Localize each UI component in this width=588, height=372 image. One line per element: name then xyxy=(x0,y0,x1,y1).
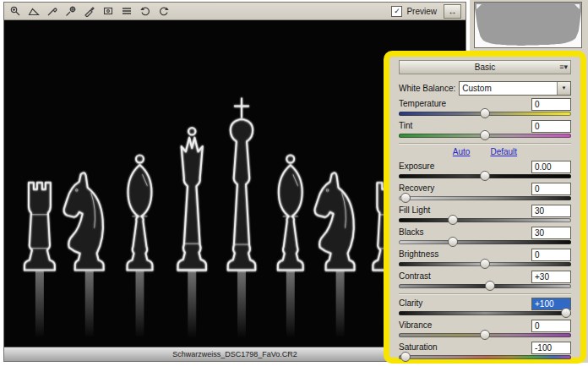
red-eye-tool-icon[interactable] xyxy=(101,5,114,18)
slider-row: Vibrance 0 xyxy=(399,320,571,337)
adjustment-brush-tool-icon[interactable] xyxy=(83,5,95,18)
white-balance-value: Custom xyxy=(462,84,491,93)
zoom-tool-icon[interactable] xyxy=(8,5,21,18)
toolbar: ✓ Preview ↔ xyxy=(4,3,466,20)
rotate-right-icon[interactable] xyxy=(157,5,170,18)
slider-row: Temperature 0 xyxy=(399,98,571,116)
default-link[interactable]: Default xyxy=(490,147,517,158)
slider-label: Tint xyxy=(399,120,412,130)
slider-label: Fill Light xyxy=(399,205,430,215)
slider-track[interactable] xyxy=(399,112,571,116)
toolbar-right: ✓ Preview ↔ xyxy=(391,4,461,19)
slider-track[interactable] xyxy=(399,174,571,178)
slider-thumb[interactable] xyxy=(400,352,411,362)
tone-links: Auto Default xyxy=(399,147,571,158)
auto-link[interactable]: Auto xyxy=(453,147,471,158)
slider-thumb[interactable] xyxy=(448,215,458,225)
slider-thumb[interactable] xyxy=(480,259,490,269)
slider-track[interactable] xyxy=(399,284,571,288)
slider-label: Contrast xyxy=(399,271,431,281)
check-icon: ✓ xyxy=(394,8,400,15)
camera-raw-dialog: ✓ Preview ↔ xyxy=(0,0,588,372)
slider-thumb[interactable] xyxy=(480,171,490,181)
slider-label: Vibrance xyxy=(399,320,432,330)
divider xyxy=(399,293,571,295)
slider-track[interactable] xyxy=(399,333,571,337)
slider-value-input[interactable]: +30 xyxy=(531,271,571,283)
slider-value-input[interactable]: -100 xyxy=(531,342,571,354)
slider-row: Contrast +30 xyxy=(399,271,571,288)
tone-sliders-group: Exposure 0.00 Recovery 0 Fill Light 30 B… xyxy=(399,161,571,288)
chevron-down-icon[interactable]: ▼ xyxy=(557,82,570,95)
slider-thumb[interactable] xyxy=(480,330,490,340)
slider-value-input[interactable]: 0 xyxy=(531,120,571,133)
straighten-tool-icon[interactable] xyxy=(27,5,40,18)
slider-thumb[interactable] xyxy=(400,193,411,203)
histogram xyxy=(474,2,582,48)
slider-thumb[interactable] xyxy=(485,281,495,291)
rotate-left-icon[interactable] xyxy=(139,5,151,18)
toolbar-icons xyxy=(8,5,170,18)
slider-row: Tint 0 xyxy=(399,120,571,138)
slider-track[interactable] xyxy=(399,311,571,315)
slider-track[interactable] xyxy=(399,196,571,200)
slider-track[interactable] xyxy=(399,262,571,266)
white-balance-row: White Balance: Custom ▼ xyxy=(399,80,571,96)
divider xyxy=(399,143,571,145)
slider-track[interactable] xyxy=(399,218,571,222)
basic-panel-header: Basic ≡▾ xyxy=(399,60,571,74)
filename-text: Schwarzweiss_DSC1798_FaVo.CR2 xyxy=(172,350,297,358)
slider-label: Exposure xyxy=(399,161,434,171)
slider-thumb[interactable] xyxy=(480,108,490,118)
slider-track[interactable] xyxy=(399,355,571,359)
slider-track[interactable] xyxy=(399,240,571,244)
slider-value-input[interactable]: 0 xyxy=(531,183,571,195)
slider-row: Blacks 30 xyxy=(399,227,571,244)
slider-label: Temperature xyxy=(399,98,446,108)
presence-sliders-group: Clarity +100 Vibrance 0 Saturation -100 xyxy=(399,298,571,359)
histogram-plot xyxy=(475,3,581,47)
color-sampler-tool-icon[interactable] xyxy=(64,5,77,18)
white-balance-tool-icon[interactable] xyxy=(46,5,58,18)
slider-row: Brightness 0 xyxy=(399,249,571,266)
slider-row: Exposure 0.00 xyxy=(399,161,571,178)
slider-thumb[interactable] xyxy=(480,130,490,140)
slider-row: Recovery 0 xyxy=(399,183,571,200)
slider-value-input[interactable]: 0 xyxy=(531,249,571,261)
slider-label: Recovery xyxy=(399,183,434,193)
slider-label: Saturation xyxy=(399,342,438,352)
wb-sliders-group: Temperature 0 Tint 0 xyxy=(399,98,571,138)
slider-value-input[interactable]: 0 xyxy=(531,320,571,332)
slider-value-input[interactable]: 30 xyxy=(531,227,571,239)
slider-value-input[interactable]: 0.00 xyxy=(531,161,571,173)
white-balance-select[interactable]: Custom ▼ xyxy=(459,81,571,96)
slider-row: Saturation -100 xyxy=(399,342,571,359)
slider-label: Brightness xyxy=(399,249,438,259)
slider-value-input[interactable]: 0 xyxy=(531,98,571,111)
slider-row: Clarity +100 xyxy=(399,298,571,315)
white-balance-label: White Balance: xyxy=(399,84,455,93)
slider-label: Blacks xyxy=(399,227,423,237)
highlight-box: Basic ≡▾ White Balance: Custom ▼ Tempera… xyxy=(384,51,586,364)
preview-label: Preview xyxy=(406,7,437,16)
slider-value-input[interactable]: 30 xyxy=(531,205,571,217)
slider-thumb[interactable] xyxy=(561,308,571,318)
preview-checkbox[interactable]: ✓ xyxy=(391,6,402,17)
panel-menu-icon[interactable]: ≡▾ xyxy=(559,61,568,74)
slider-label: Clarity xyxy=(399,298,422,308)
slider-track[interactable] xyxy=(399,134,571,138)
preferences-icon[interactable] xyxy=(120,5,133,18)
slider-row: Fill Light 30 xyxy=(399,205,571,222)
panel-title: Basic xyxy=(475,63,495,72)
slider-thumb[interactable] xyxy=(448,237,458,247)
toggle-fullscreen-button[interactable]: ↔ xyxy=(444,4,461,19)
toggle-fullscreen-icon: ↔ xyxy=(449,7,457,16)
basic-panel: Basic ≡▾ White Balance: Custom ▼ Tempera… xyxy=(389,57,580,359)
